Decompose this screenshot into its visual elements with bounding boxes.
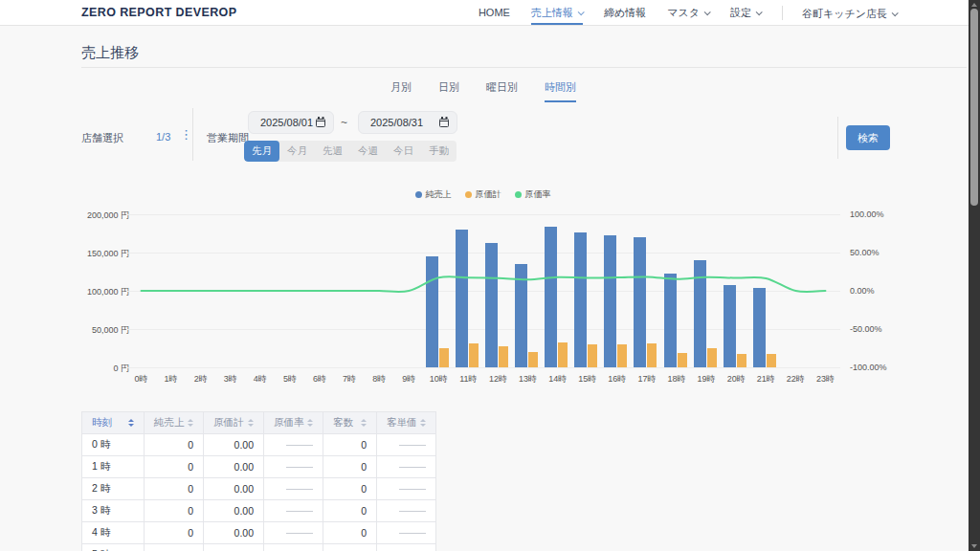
nav-item-closing-info[interactable]: 締め情報 (604, 0, 646, 25)
x-axis-tick: 12時 (483, 373, 514, 386)
tab-weekday[interactable]: 曜日別 (486, 80, 518, 102)
table-row: 3 時00.000 (82, 500, 436, 522)
sort-up-icon (248, 419, 254, 422)
x-axis-tick: 21時 (750, 373, 781, 386)
cell-avg_spend (377, 500, 436, 522)
cell-cost_rate (264, 434, 323, 456)
x-axis-tick: 0時 (126, 373, 157, 386)
sort-icon[interactable] (128, 419, 134, 427)
cell-cost_rate (264, 456, 323, 478)
sort-down-icon (361, 424, 367, 427)
empty-value-dash (399, 467, 426, 468)
sort-icon[interactable] (248, 419, 254, 427)
quick-button-last-week[interactable]: 先週 (315, 141, 350, 162)
x-axis-tick: 8時 (364, 373, 394, 386)
nav-item-settings[interactable]: 設定 (730, 0, 761, 25)
x-axis-tick: 9時 (393, 373, 424, 386)
scrollbar-down-arrow[interactable] (971, 544, 977, 548)
cell-cost_total: 0.00 (204, 500, 264, 522)
header-cell: 時刻 (92, 416, 134, 430)
nav-item-sales-info[interactable]: 売上情報 (531, 0, 583, 25)
sort-down-icon (248, 424, 254, 427)
x-axis-tick: 16時 (602, 373, 633, 386)
cell-net_sales: 0 (145, 544, 204, 551)
legend-dot-icon (465, 191, 472, 198)
sort-icon[interactable] (361, 419, 367, 427)
cell-time: 4 時 (82, 522, 145, 544)
x-axis-tick: 20時 (721, 373, 751, 386)
sort-up-icon (307, 419, 313, 422)
quick-button-last-month[interactable]: 先月 (244, 141, 279, 162)
quick-button-this-month[interactable]: 今月 (279, 141, 315, 162)
x-axis-tick: 22時 (780, 373, 811, 386)
sort-icon[interactable] (188, 419, 193, 427)
title-divider (81, 67, 967, 68)
hourly-data-table: 時刻純売上原価計原価率客数客単価 0 時00.0001 時00.0002 時00… (81, 411, 436, 551)
empty-value-dash (286, 511, 313, 512)
legend-label: 純売上 (426, 188, 452, 201)
cell-net_sales: 0 (145, 478, 204, 500)
legend-item: 純売上 (415, 188, 452, 201)
date-from-input[interactable]: 2025/08/01 (248, 111, 334, 134)
table-row: 5 時00.000 (82, 544, 436, 551)
column-label: 原価率 (274, 416, 304, 430)
cell-cost_total: 0.00 (204, 434, 264, 456)
date-range-separator: ~ (341, 116, 347, 129)
nav-item-master[interactable]: マスタ (667, 0, 709, 25)
user-menu[interactable]: 谷町キッチン店長 (802, 0, 897, 25)
left-axis-tick: 50,000 円 (38, 324, 129, 337)
right-axis-tick: -50.00% (850, 324, 917, 334)
search-button[interactable]: 検索 (846, 125, 890, 150)
brand-logo[interactable]: ZERO REPORT DEVEROP (81, 6, 236, 19)
tab-hourly[interactable]: 時間別 (545, 80, 576, 102)
nav-item-home[interactable]: HOME (479, 0, 510, 25)
store-select-label: 店舗選択 (81, 131, 123, 145)
column-header-net-sales: 純売上 (145, 412, 204, 434)
page-title: 売上推移 (81, 44, 139, 62)
cell-net_sales: 0 (145, 456, 204, 478)
cell-net_sales: 0 (145, 522, 204, 544)
scrollbar-thumb[interactable] (970, 9, 978, 206)
x-axis-tick: 3時 (215, 373, 246, 386)
quick-button-this-week[interactable]: 今週 (350, 141, 386, 162)
chevron-down-icon (704, 9, 711, 15)
kebab-icon[interactable]: ⋮ (180, 127, 192, 142)
scrollbar-up-arrow[interactable] (971, 3, 977, 7)
x-axis-tick: 15時 (572, 373, 603, 386)
legend-dot-icon (515, 191, 522, 198)
quick-button-today[interactable]: 今日 (386, 141, 421, 162)
cell-time: 5 時 (82, 544, 145, 551)
chevron-down-icon (892, 10, 899, 16)
calendar-icon[interactable] (316, 119, 325, 127)
tab-monthly[interactable]: 月別 (390, 80, 412, 102)
sort-icon[interactable] (420, 419, 426, 427)
cell-customers: 0 (323, 522, 377, 544)
tab-daily[interactable]: 日別 (438, 80, 459, 102)
x-axis-tick: 6時 (304, 373, 335, 386)
cell-customers: 0 (323, 434, 377, 456)
store-select-count[interactable]: 1/3 (156, 131, 170, 143)
legend-item: 原価計 (465, 188, 501, 201)
sort-icon[interactable] (307, 419, 313, 427)
filter-divider (192, 108, 193, 161)
x-axis-tick: 5時 (275, 373, 305, 386)
empty-value-dash (286, 445, 313, 446)
cell-cost_total: 0.00 (204, 522, 264, 544)
column-label: 時刻 (92, 416, 112, 430)
quick-button-manual[interactable]: 手動 (421, 141, 457, 162)
header-cell: 客単価 (387, 416, 426, 430)
cell-time: 0 時 (82, 434, 145, 456)
nav-item-label: マスタ (667, 6, 700, 20)
cost-rate-line (126, 214, 840, 367)
calendar-icon[interactable] (439, 119, 449, 127)
x-axis-tick: 7時 (334, 373, 365, 386)
left-axis-tick: 200,000 円 (38, 209, 129, 222)
x-axis-tick: 18時 (661, 373, 692, 386)
top-nav: ZERO REPORT DEVEROP HOME売上情報締め情報マスタ設定 谷町… (0, 0, 969, 26)
nav-item-label: HOME (479, 7, 510, 18)
empty-value-dash (399, 511, 426, 512)
cell-time: 1 時 (82, 456, 145, 478)
date-to-value: 2025/08/31 (370, 117, 423, 128)
table-row: 1 時00.000 (82, 456, 436, 478)
date-to-input[interactable]: 2025/08/31 (358, 111, 457, 134)
